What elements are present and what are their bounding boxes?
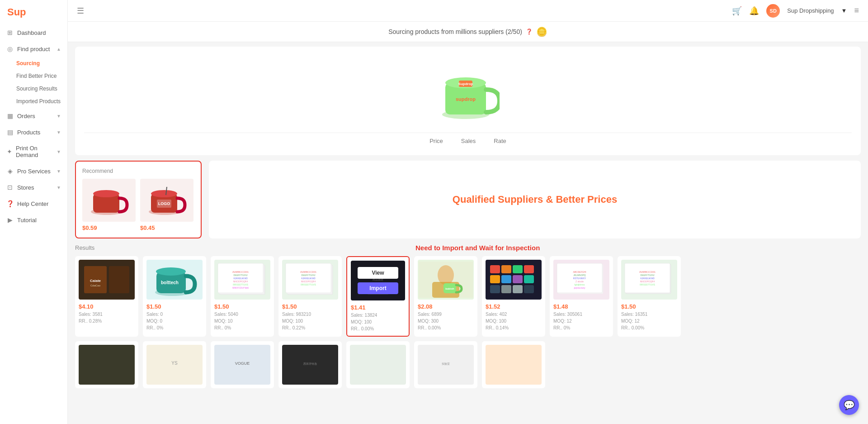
svg-rect-55	[513, 265, 523, 273]
price-meta-1: $1.50	[146, 301, 203, 310]
svg-text:WWXYZAA*bb6: WWXYZAA*bb6	[232, 286, 249, 289]
svg-rect-62	[501, 285, 511, 293]
price-meta-7: $1.48	[553, 301, 609, 310]
svg-text:ABCDEFGHI: ABCDEFGHI	[573, 271, 586, 273]
qualified-banner: Qualified Suppliers & Better Prices	[209, 161, 861, 238]
user-name[interactable]: Sup Dropshipping	[787, 7, 834, 14]
product-card-r2-6[interactable]	[482, 341, 545, 388]
sidebar-item-pro-services[interactable]: ◈ Pro Services ▼	[0, 163, 67, 179]
sidebar-sub-find-better-price[interactable]: Find Better Price	[0, 70, 67, 82]
svg-rect-63	[513, 285, 523, 293]
svg-rect-53	[490, 265, 500, 273]
recommend-product-0[interactable]: $0.59	[82, 179, 136, 231]
products-grid-row2: YS VOGUE 西	[75, 341, 861, 388]
product-meta-5: Sales: 6899 MOQ: 300 RR.. 0.00%	[418, 311, 474, 331]
header-right: 🛒 🔔 SD Sup Dropshipping ▼ ≡	[732, 4, 859, 18]
dashboard-icon: ⊞	[6, 29, 14, 36]
svg-text:supdrop: supdrop	[456, 96, 476, 102]
showcase-area: supdrop Supdrop Price Sales Rate	[75, 47, 861, 155]
product-meta-7: Sales: 305061 MOQ: 12 RR.. 0%	[553, 311, 609, 331]
chevron-down-icon: ▼	[57, 149, 61, 154]
sidebar-item-label: Pro Services	[17, 168, 51, 175]
price-meta-4: $1.41	[351, 302, 405, 311]
hamburger-icon[interactable]: ≡	[854, 6, 859, 15]
colorful2-svg: AVABBCCCD01 DEEFFTGHIJ KJKKELM.M3 NNOOPO…	[283, 262, 337, 298]
product-meta-1: Sales: 0 MOQ: 0 RR.. 0%	[146, 311, 203, 331]
sidebar-item-tutorial[interactable]: ▶ Tutorial	[0, 212, 67, 228]
sidebar-sub-imported-products[interactable]: Imported Products	[0, 95, 67, 108]
svg-text:NNOOPOQR4: NNOOPOQR4	[301, 280, 316, 283]
import-button[interactable]: Import	[358, 282, 398, 294]
product-card-r2-1[interactable]: YS	[143, 341, 206, 388]
recommend-label: Recommend	[82, 168, 194, 174]
product-card-2[interactable]: AVABBCCCD01 DEEFFTGHIJ KJKKELM.M3 NNOOPO…	[211, 256, 274, 337]
product-img-r2-1: YS	[146, 345, 203, 385]
help-icon: ❓	[6, 200, 14, 207]
product-card-6[interactable]: $1.52 Sales: 402 MOQ: 100 RR.. 0.14%	[482, 256, 545, 337]
svg-point-8	[93, 190, 119, 197]
recommend-product-1[interactable]: LOGO $0.45	[140, 179, 193, 231]
svg-rect-57	[490, 275, 500, 283]
product-card-r2-4[interactable]	[346, 341, 410, 388]
sidebar-sub-sourcing-results[interactable]: Sourcing Results	[0, 82, 67, 95]
product-img-8: AVABBCCCD01 DEEFFTGHIJ KJKKELM.M3 NNOOPO…	[621, 260, 677, 300]
sourcing-banner: Sourcing products from millions supplier…	[68, 22, 868, 42]
find-product-icon: ◎	[6, 45, 14, 52]
sidebar-item-products[interactable]: ▤ Products ▼	[0, 124, 67, 140]
product-img-r2-0	[79, 345, 135, 385]
product-img-4: 中文字 商品描述 View Import	[351, 261, 405, 300]
tab-rate[interactable]: Rate	[494, 138, 506, 146]
sidebar-item-find-product[interactable]: ◎ Find product ▲	[0, 41, 67, 57]
product-card-7[interactable]: ABCDEFGHI JKLMNOPQ RSTUVWXY Z abcde fghi…	[550, 256, 613, 337]
svg-rect-82	[80, 347, 134, 383]
page-content: Sourcing products from millions supplier…	[68, 22, 868, 424]
product-img-r2-4	[350, 345, 406, 385]
rec-price-0: $0.59	[82, 224, 136, 231]
r2-5-svg: 实验室	[419, 347, 473, 383]
product-img-6	[486, 260, 542, 300]
price-meta-0: $4.10	[79, 301, 135, 310]
menu-icon[interactable]: ☰	[77, 6, 84, 16]
product-card-r2-5[interactable]: 实验室	[414, 341, 477, 388]
help-tooltip-icon[interactable]: ❓	[526, 29, 533, 35]
svg-text:LOGO: LOGO	[158, 201, 170, 206]
product-card-4[interactable]: 中文字 商品描述 View Import $1.41	[346, 256, 410, 337]
bell-icon[interactable]: 🔔	[749, 6, 759, 16]
colorful4-svg: AVABBCCCD01 DEEFFTGHIJ KJKKELM.M3 NNOOPO…	[622, 262, 676, 298]
sidebar-item-dashboard[interactable]: ⊞ Dashboard	[0, 24, 67, 41]
sidebar-item-help-center[interactable]: ❓ Help Center	[0, 195, 67, 212]
sidebar-sub-sourcing[interactable]: Sourcing	[0, 57, 67, 70]
svg-rect-61	[490, 285, 500, 293]
product-card-0[interactable]: Calate CdaCao $4.10 Sales: 3581 RR.. 0.2…	[75, 256, 138, 337]
product-card-8[interactable]: AVABBCCCD01 DEEFFTGHIJ KJKKELM.M3 NNOOPO…	[618, 256, 681, 337]
product-card-1[interactable]: bolttech $1.50 Sales: 0 MOQ: 0 RR.. 0%	[143, 256, 206, 337]
sidebar-item-orders[interactable]: ▦ Orders ▼	[0, 108, 67, 124]
product-price-8: $1.50	[621, 303, 636, 310]
tab-sales[interactable]: Sales	[461, 138, 476, 146]
product-card-3[interactable]: AVABBCCCD01 DEEFFTGHIJ KJKKELM.M3 NNOOPO…	[278, 256, 342, 337]
sidebar-item-print-on-demand[interactable]: ✦ Print On Demand ▼	[0, 140, 67, 163]
product-card-r2-2[interactable]: VOGUE	[211, 341, 274, 388]
product-card-r2-3[interactable]: 西班牙特选	[278, 341, 342, 388]
avatar[interactable]: SD	[766, 4, 780, 18]
svg-rect-17	[109, 266, 129, 293]
tab-price[interactable]: Price	[429, 138, 443, 146]
svg-text:fghijklmno: fghijklmno	[575, 283, 585, 286]
svg-text:实验室: 实验室	[442, 362, 450, 365]
cart-icon[interactable]: 🛒	[732, 6, 742, 16]
sidebar-item-stores[interactable]: ⊡ Stores ▼	[0, 179, 67, 195]
rec-img-0	[82, 179, 136, 222]
mug-display: supdrop Supdrop	[436, 56, 500, 128]
product-card-r2-0[interactable]	[75, 341, 138, 388]
pod-icon: ✦	[6, 148, 12, 155]
svg-text:VOGUE: VOGUE	[235, 361, 250, 366]
svg-text:RRSSSTTUVS: RRSSSTTUVS	[233, 283, 248, 286]
chat-bubble[interactable]: 💬	[839, 395, 859, 415]
sidebar-item-label: Find product	[17, 46, 50, 52]
product-card-5[interactable]: babish $2.08 Sales: 6899 MOQ: 300 RR.. 0…	[414, 256, 477, 337]
product-meta-0: Sales: 3581 RR.. 0.28%	[79, 311, 135, 324]
view-button[interactable]: View	[358, 267, 398, 279]
svg-rect-89	[351, 347, 405, 383]
svg-text:RRSSSTTUVS: RRSSSTTUVS	[301, 283, 316, 286]
svg-text:AVABBCCCD01: AVABBCCCD01	[639, 271, 656, 273]
